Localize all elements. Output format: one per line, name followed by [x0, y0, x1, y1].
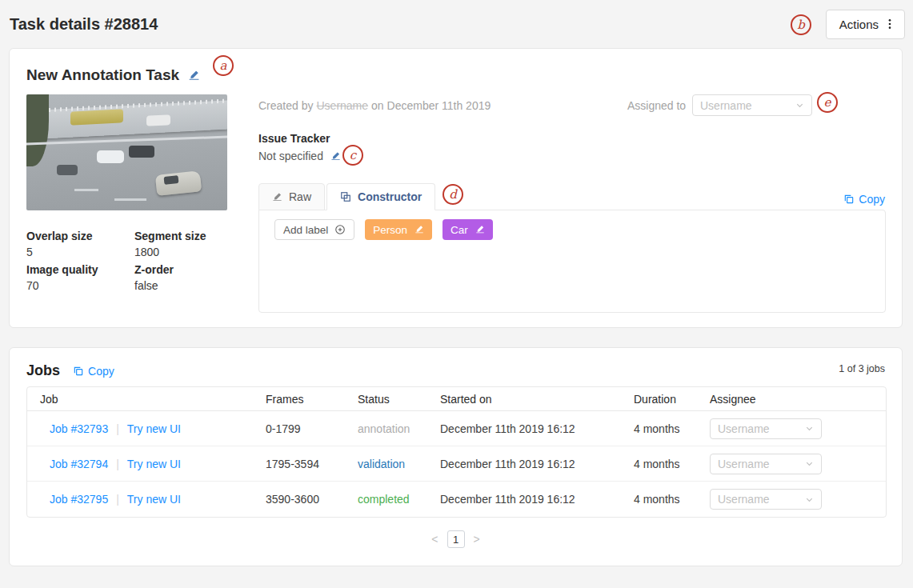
more-vertical-icon — [883, 18, 896, 30]
param-label: Image quality — [26, 262, 134, 278]
copy-labels-label: Copy — [859, 193, 885, 206]
issue-tracker-value-row: Not specified — [258, 150, 341, 162]
jobs-header: Jobs Copy — [26, 362, 114, 379]
preview-shape — [97, 150, 124, 163]
job-link-separator: | — [116, 493, 119, 506]
job-cell: Job #32795|Try new UI — [27, 493, 266, 506]
copy-labels-link[interactable]: Copy — [843, 193, 885, 206]
column-header-started-on: Started on — [440, 393, 634, 406]
jobs-card: Jobs Copy 1 of 3 jobs Job Frames Status … — [9, 347, 903, 566]
constructor-icon — [340, 191, 351, 202]
try-new-ui-link[interactable]: Try new UI — [127, 422, 181, 435]
preview-shape — [70, 109, 123, 125]
issue-tracker-value: Not specified — [258, 150, 323, 162]
preview-shape — [129, 146, 154, 158]
chevron-down-icon — [795, 101, 804, 110]
param-image-quality: Image quality 70 — [26, 262, 134, 295]
preview-shape — [164, 175, 179, 185]
assignee-cell: Username — [710, 418, 886, 439]
created-by-prefix: Created by — [258, 99, 313, 112]
copy-icon — [73, 366, 84, 377]
created-by-suffix: on December 11th 2019 — [371, 99, 491, 112]
task-name: New Annotation Task — [26, 66, 179, 84]
annotation-marker-c: c — [342, 145, 363, 166]
job-link[interactable]: Job #32794 — [50, 458, 108, 470]
duration-cell: 4 months — [634, 458, 710, 470]
preview-shape — [57, 165, 78, 175]
chevron-down-icon — [805, 424, 814, 433]
preview-shape — [146, 114, 170, 126]
assignee-select[interactable]: Username — [710, 489, 822, 510]
assignee-select[interactable]: Username — [710, 418, 822, 439]
tab-constructor-label: Constructor — [358, 190, 422, 203]
param-value: false — [134, 278, 242, 294]
pencil-icon — [475, 225, 485, 234]
assignee-cell: Username — [710, 489, 886, 510]
try-new-ui-link[interactable]: Try new UI — [127, 458, 181, 470]
actions-button-label: Actions — [839, 18, 879, 31]
created-by-line: Created by Username on December 11th 201… — [258, 99, 491, 112]
edit-task-name-icon[interactable] — [188, 70, 200, 82]
labels-row: Add label Person Car — [259, 210, 885, 249]
frames-cell: 3590-3600 — [266, 493, 358, 506]
column-header-duration: Duration — [634, 393, 710, 406]
assignee-value: Username — [718, 458, 770, 470]
param-value: 5 — [26, 244, 134, 261]
pagination-prev-button[interactable]: < — [431, 533, 438, 546]
assignee-select[interactable]: Username — [710, 454, 822, 474]
issue-tracker-label: Issue Tracker — [258, 132, 330, 145]
column-header-status: Status — [358, 393, 440, 406]
jobs-count-text: 1 of 3 jobs — [839, 363, 885, 374]
preview-shape — [26, 94, 49, 166]
preview-shape — [74, 189, 98, 191]
param-label: Overlap size — [26, 228, 134, 244]
annotation-marker-a: a — [213, 55, 234, 76]
status-cell: completed — [358, 493, 440, 506]
job-link[interactable]: Job #32795 — [50, 493, 108, 506]
job-cell: Job #32794|Try new UI — [27, 458, 266, 470]
page-title: Task details #28814 — [10, 15, 158, 34]
frames-cell: 1795-3594 — [266, 458, 358, 470]
job-link-separator: | — [116, 458, 119, 470]
jobs-pagination: < 1 > — [10, 530, 902, 548]
preview-shape — [114, 198, 146, 201]
job-link[interactable]: Job #32793 — [50, 422, 108, 435]
actions-button[interactable]: Actions — [826, 10, 905, 39]
tab-raw[interactable]: Raw — [258, 183, 325, 210]
label-tag-car[interactable]: Car — [442, 219, 493, 240]
table-row: Job #32795|Try new UI 3590-3600 complete… — [27, 482, 886, 517]
tab-constructor[interactable]: Constructor — [326, 183, 435, 210]
copy-jobs-label: Copy — [88, 365, 114, 378]
duration-cell: 4 months — [634, 493, 710, 506]
add-label-text: Add label — [283, 224, 328, 236]
column-header-job: Job — [27, 393, 266, 406]
param-segment-size: Segment size 1800 — [134, 228, 242, 262]
add-label-button[interactable]: Add label — [274, 219, 354, 240]
edit-issue-tracker-icon[interactable] — [330, 151, 341, 162]
assigned-to-label: Assigned to — [627, 99, 686, 112]
status-cell: annotation — [358, 422, 440, 435]
chevron-down-icon — [805, 459, 814, 468]
copy-jobs-link[interactable]: Copy — [73, 365, 114, 378]
labels-tabs: Raw Constructor — [258, 183, 437, 210]
jobs-table-header: Job Frames Status Started on Duration As… — [27, 387, 886, 411]
task-assignee-select[interactable]: Username — [692, 94, 812, 116]
started-on-cell: December 11th 2019 16:12 — [440, 422, 634, 435]
annotation-marker-d: d — [442, 184, 463, 205]
assignee-value: Username — [718, 422, 770, 435]
assignee-value: Username — [718, 493, 770, 506]
status-cell: validation — [358, 458, 440, 470]
annotation-marker-e: e — [817, 92, 838, 113]
task-assignee-value: Username — [700, 99, 752, 112]
job-cell: Job #32793|Try new UI — [27, 422, 266, 435]
param-overlap-size: Overlap size 5 — [26, 228, 134, 262]
label-tag-name: Person — [373, 224, 407, 236]
param-value: 1800 — [134, 244, 242, 261]
param-label: Segment size — [134, 228, 242, 244]
label-tag-person[interactable]: Person — [365, 219, 432, 240]
pagination-page-1[interactable]: 1 — [447, 530, 465, 548]
pagination-next-button[interactable]: > — [474, 533, 480, 546]
try-new-ui-link[interactable]: Try new UI — [127, 493, 181, 506]
annotation-marker-b: b — [791, 14, 811, 35]
chevron-down-icon — [805, 495, 814, 504]
